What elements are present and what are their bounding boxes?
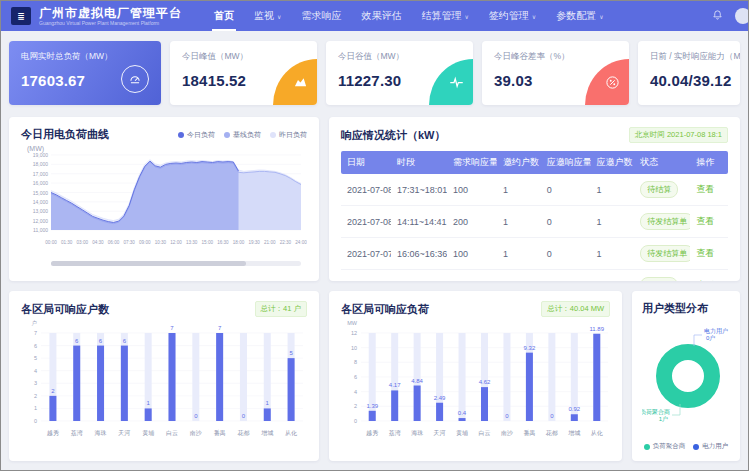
kpi-card-0: 电网实时总负荷（MW）17603.67: [9, 41, 161, 105]
svg-text:19:30: 19:30: [248, 240, 260, 245]
district-load-chart: 024681012MW1.39越秀4.17荔湾4.84海珠2.49天河0.4黄埔…: [341, 317, 612, 451]
user-type-title: 用户类型分布: [642, 301, 708, 316]
svg-text:12,000: 12,000: [33, 218, 49, 224]
chart-datazoom-track[interactable]: [51, 261, 301, 266]
svg-text:番禺: 番禺: [523, 429, 535, 437]
load-curve-title: 今日用电负荷曲线: [21, 127, 109, 142]
nav-item-1[interactable]: 监视∨: [244, 1, 291, 31]
legend-label: 昨日负荷: [279, 130, 307, 140]
bar-track: [548, 333, 555, 421]
col-header-0: 日期: [341, 151, 391, 174]
nav-item-label: 首页: [214, 9, 234, 23]
svg-text:白云: 白云: [166, 430, 178, 437]
district-load-panel: 各区局可响应负荷 总计：40.04 MW 024681012MW1.39越秀4.…: [329, 291, 622, 461]
svg-text:14,000: 14,000: [33, 199, 49, 205]
view-link[interactable]: 查看: [696, 184, 714, 194]
bar: [73, 346, 80, 421]
bar: [145, 408, 152, 421]
svg-text:1.39: 1.39: [366, 403, 378, 409]
status-badge: 待发结算单: [640, 213, 690, 230]
bar: [369, 411, 376, 421]
load-curve-legend: 今日负荷基线负荷昨日负荷: [178, 130, 307, 140]
kpi-row: 电网实时总负荷（MW）17603.67今日峰值（MW）18415.52今日谷值（…: [1, 41, 748, 105]
svg-text:增城: 增城: [568, 430, 580, 437]
user-type-panel: 用户类型分布 电力用户0户负荷聚合商1户 负荷聚合商电力用户: [632, 291, 740, 461]
user-type-donut-chart: 电力用户0户负荷聚合商1户: [642, 316, 730, 428]
svg-text:南沙: 南沙: [501, 430, 513, 436]
svg-text:17,000: 17,000: [33, 171, 49, 177]
kpi-accent-fan: [585, 59, 629, 105]
svg-text:7: 7: [170, 325, 174, 331]
svg-text:越秀: 越秀: [366, 429, 378, 437]
legend-item-0[interactable]: 今日负荷: [178, 130, 215, 140]
load-total-badge: 总计：40.04 MW: [541, 301, 610, 317]
bar: [481, 387, 488, 421]
table-row: 2021-07-0814:11~14:41200101待发结算单查看: [341, 206, 728, 238]
status-badge: 待结算: [640, 181, 678, 198]
svg-text:花都: 花都: [237, 430, 249, 437]
bell-icon[interactable]: [712, 7, 723, 25]
kpi-value: 40.04/39.12: [650, 72, 728, 89]
user-avatar[interactable]: [735, 8, 749, 24]
svg-text:12: 12: [351, 330, 357, 336]
svg-text:18,000: 18,000: [33, 161, 49, 167]
svg-text:电力用户: 电力用户: [704, 327, 728, 335]
svg-text:海珠: 海珠: [411, 430, 423, 436]
svg-text:18:00: 18:00: [233, 240, 245, 245]
nav-item-label: 监视: [254, 9, 274, 23]
legend-dot: [644, 444, 650, 450]
col-header-7: 操作: [690, 151, 728, 174]
legend-dot: [178, 132, 184, 138]
view-link[interactable]: 查看: [696, 280, 714, 281]
svg-text:从化: 从化: [591, 430, 603, 437]
donut-legend-item-0[interactable]: 负荷聚合商: [644, 442, 686, 451]
nav-item-3[interactable]: 效果评估: [351, 1, 411, 31]
bar: [169, 333, 176, 421]
view-link[interactable]: 查看: [696, 216, 714, 226]
svg-text:4: 4: [354, 389, 357, 395]
legend-label: 今日负荷: [187, 130, 215, 140]
nav-item-2[interactable]: 需求响应: [291, 1, 351, 31]
svg-text:番禺: 番禺: [214, 429, 226, 437]
bottom-row: 各区局可响应户数 总计：41 户 01234567户2越秀6荔湾6海珠6天河1黄…: [1, 291, 748, 461]
svg-text:0: 0: [354, 418, 357, 424]
svg-text:白云: 白云: [479, 430, 491, 437]
svg-text:0户: 0户: [706, 334, 715, 341]
svg-text:3: 3: [34, 380, 37, 386]
brand: 广州市虚拟电厂管理平台 Guangzhou Virtual Power Plan…: [39, 7, 182, 26]
svg-text:21:00: 21:00: [264, 240, 276, 245]
chevron-down-icon: ∨: [277, 13, 281, 20]
svg-text:16,000: 16,000: [33, 180, 49, 186]
legend-dot: [224, 132, 230, 138]
svg-text:天河: 天河: [118, 430, 130, 436]
chevron-down-icon: ∨: [599, 13, 603, 20]
nav-item-6[interactable]: 参数配置∨: [546, 1, 613, 31]
district-load-title: 各区局可响应负荷: [341, 302, 429, 317]
nav-item-5[interactable]: 签约管理∨: [479, 1, 546, 31]
beijing-time-badge: 北京时间 2021-07-08 18:1: [629, 127, 728, 143]
bar: [264, 408, 271, 421]
svg-text:2: 2: [34, 393, 37, 399]
kpi-label: 电网实时总负荷（MW）: [21, 51, 149, 63]
svg-text:4.62: 4.62: [479, 379, 491, 385]
nav-item-0[interactable]: 首页: [204, 1, 244, 31]
svg-text:07:30: 07:30: [123, 240, 135, 245]
svg-text:0: 0: [34, 418, 37, 424]
svg-text:4.84: 4.84: [411, 378, 423, 384]
svg-text:2.49: 2.49: [434, 395, 446, 401]
legend-item-2[interactable]: 昨日负荷: [270, 130, 307, 140]
svg-text:花都: 花都: [546, 430, 558, 437]
svg-text:19,000: 19,000: [33, 152, 49, 158]
bar: [414, 386, 421, 421]
donut-legend-item-1[interactable]: 电力用户: [693, 442, 728, 451]
bar-track: [192, 333, 199, 421]
view-link[interactable]: 查看: [696, 248, 714, 258]
chart-datazoom-thumb[interactable]: [51, 261, 246, 266]
nav-item-4[interactable]: 结算管理∨: [411, 1, 478, 31]
svg-text:4.17: 4.17: [389, 382, 401, 388]
col-header-2: 需求响应量: [447, 151, 497, 174]
svg-text:天河: 天河: [434, 430, 446, 436]
legend-dot: [270, 132, 276, 138]
legend-item-1[interactable]: 基线负荷: [224, 130, 261, 140]
svg-text:黄埔: 黄埔: [142, 430, 154, 436]
